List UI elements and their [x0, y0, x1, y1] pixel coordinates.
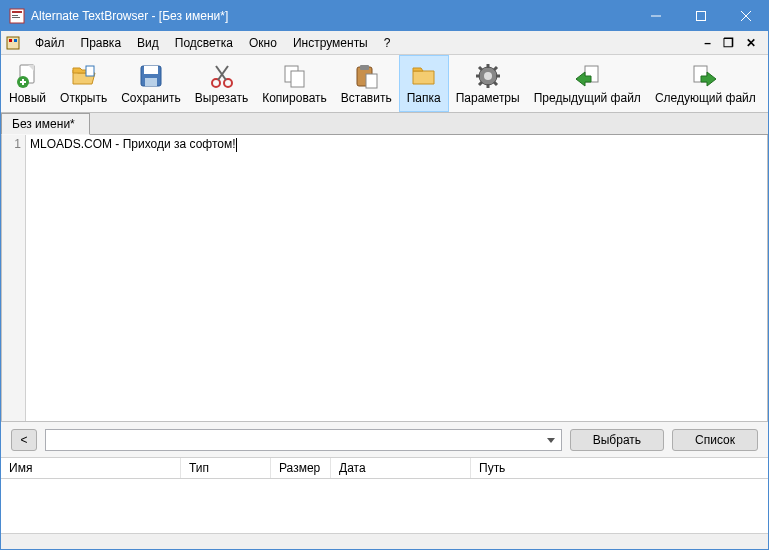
prev-file-button[interactable]: Предыдущий файл [527, 55, 648, 112]
col-name[interactable]: Имя [1, 458, 181, 478]
col-date[interactable]: Дата [331, 458, 471, 478]
toolbar: Новый Открыть Сохранить Вырезать Копиров… [1, 55, 768, 113]
editor-text: MLOADS.COM - Приходи за софтом! [30, 137, 236, 151]
new-label: Новый [9, 91, 46, 105]
svg-rect-10 [14, 39, 17, 42]
tab-strip: Без имени* [1, 113, 768, 135]
paste-icon [350, 62, 382, 90]
svg-rect-1 [12, 11, 22, 13]
copy-icon [279, 62, 311, 90]
arrow-right-icon [689, 62, 721, 90]
mdi-close-button[interactable]: ✕ [742, 36, 760, 50]
svg-rect-5 [696, 12, 705, 21]
menu-file[interactable]: Файл [27, 33, 73, 53]
menu-window[interactable]: Окно [241, 33, 285, 53]
svg-rect-18 [144, 66, 158, 74]
menu-bar: Файл Правка Вид Подсветка Окно Инструмен… [1, 31, 768, 55]
line-gutter: 1 [2, 135, 26, 421]
col-size[interactable]: Размер [271, 458, 331, 478]
svg-line-38 [479, 82, 482, 85]
svg-rect-2 [12, 15, 18, 16]
choose-button[interactable]: Выбрать [570, 429, 664, 451]
save-label: Сохранить [121, 91, 181, 105]
list-button[interactable]: Список [672, 429, 758, 451]
open-folder-icon [68, 62, 100, 90]
new-button[interactable]: Новый [2, 55, 53, 112]
col-path[interactable]: Путь [471, 458, 768, 478]
col-type[interactable]: Тип [181, 458, 271, 478]
list-header: Имя Тип Размер Дата Путь [1, 457, 768, 479]
new-file-icon [12, 62, 44, 90]
document-tab[interactable]: Без имени* [1, 113, 90, 135]
svg-rect-16 [86, 66, 94, 76]
window-title: Alternate TextBrowser - [Без имени*] [31, 9, 633, 23]
copy-button[interactable]: Копировать [255, 55, 334, 112]
prev-label: Предыдущий файл [534, 91, 641, 105]
path-combobox[interactable] [45, 429, 562, 451]
mdi-restore-button[interactable]: ❐ [719, 36, 738, 50]
copy-label: Копировать [262, 91, 327, 105]
menu-edit[interactable]: Правка [73, 33, 130, 53]
params-label: Параметры [456, 91, 520, 105]
arrow-left-icon [571, 62, 603, 90]
mdi-minimize-button[interactable]: – [700, 36, 715, 50]
menu-help[interactable]: ? [376, 33, 399, 53]
svg-line-22 [218, 66, 228, 80]
folder-button[interactable]: Папка [399, 55, 449, 112]
paste-button[interactable]: Вставить [334, 55, 399, 112]
svg-rect-25 [291, 71, 304, 87]
list-body[interactable] [1, 479, 768, 533]
svg-line-23 [216, 66, 226, 80]
svg-line-35 [479, 67, 482, 70]
editor-area: 1 MLOADS.COM - Приходи за софтом! [1, 135, 768, 421]
cut-button[interactable]: Вырезать [188, 55, 255, 112]
cut-label: Вырезать [195, 91, 248, 105]
menu-tools[interactable]: Инструменты [285, 33, 376, 53]
svg-line-36 [494, 82, 497, 85]
paste-label: Вставить [341, 91, 392, 105]
minimize-button[interactable] [633, 1, 678, 31]
next-label: Следующий файл [655, 91, 756, 105]
line-number: 1 [2, 137, 21, 151]
folder-icon [408, 62, 440, 90]
back-button[interactable]: < [11, 429, 37, 451]
tab-label: Без имени* [12, 117, 75, 131]
text-cursor [236, 138, 237, 152]
next-file-button[interactable]: Следующий файл [648, 55, 763, 112]
svg-rect-3 [12, 17, 20, 18]
gear-icon [472, 62, 504, 90]
save-icon [135, 62, 167, 90]
menu-highlight[interactable]: Подсветка [167, 33, 241, 53]
svg-rect-9 [9, 39, 12, 42]
title-bar: Alternate TextBrowser - [Без имени*] [1, 1, 768, 31]
svg-point-30 [484, 72, 492, 80]
text-editor[interactable]: MLOADS.COM - Приходи за софтом! [26, 135, 767, 421]
close-button[interactable] [723, 1, 768, 31]
scissors-icon [206, 62, 238, 90]
svg-rect-19 [145, 78, 157, 86]
folder-label: Папка [407, 91, 441, 105]
params-button[interactable]: Параметры [449, 55, 527, 112]
mdi-app-icon [5, 35, 21, 51]
app-icon [9, 8, 25, 24]
svg-rect-27 [360, 65, 369, 70]
bottom-bar: < Выбрать Список [1, 421, 768, 457]
svg-line-37 [494, 67, 497, 70]
open-label: Открыть [60, 91, 107, 105]
menu-view[interactable]: Вид [129, 33, 167, 53]
svg-rect-8 [7, 37, 19, 49]
svg-rect-28 [366, 74, 377, 88]
status-bar [1, 533, 768, 550]
open-button[interactable]: Открыть [53, 55, 114, 112]
maximize-button[interactable] [678, 1, 723, 31]
save-button[interactable]: Сохранить [114, 55, 188, 112]
